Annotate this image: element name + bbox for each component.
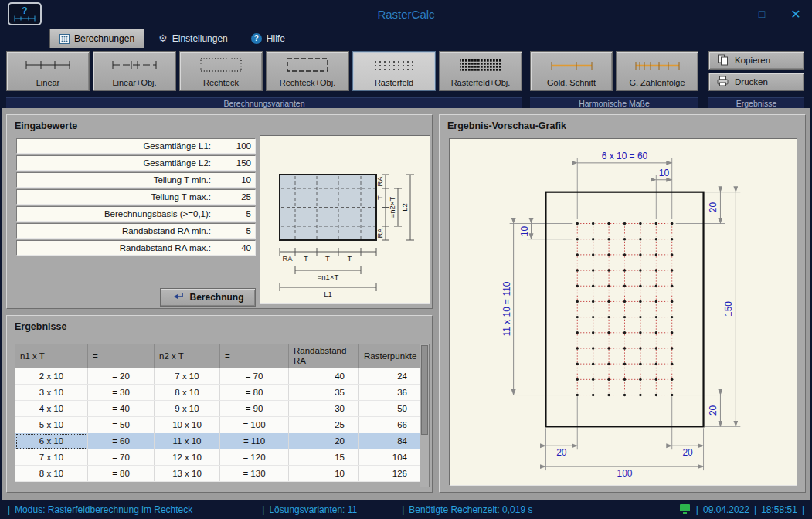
button-label: Rasterfeld bbox=[375, 78, 413, 87]
rechteck-obj-button[interactable]: Rechteck+Obj. bbox=[266, 51, 349, 91]
linear-button[interactable]: Linear bbox=[6, 51, 90, 91]
teilung-t-max-field[interactable]: 25 bbox=[216, 189, 256, 205]
table-cell[interactable]: 4 x 10 bbox=[15, 401, 88, 417]
table-cell[interactable]: 13 x 10 bbox=[155, 466, 220, 482]
table-row[interactable]: 2 x 10= 207 x 10= 704024 bbox=[15, 368, 420, 385]
berechnung-button[interactable]: Berechnung bbox=[160, 288, 256, 307]
drucken-button[interactable]: Drucken bbox=[708, 73, 804, 91]
button-label: Berechnung bbox=[189, 292, 243, 303]
status-variants: Lösungsvarianten: 11 bbox=[269, 504, 357, 515]
close-button[interactable]: ✕ bbox=[789, 7, 803, 22]
table-row[interactable]: 5 x 10= 5010 x 10= 1002566 bbox=[15, 417, 420, 433]
rasterfeld-obj-button[interactable]: Rasterfeld+Obj. bbox=[439, 51, 522, 91]
status-date: 09.04.2022 bbox=[703, 504, 749, 515]
computer-icon bbox=[679, 504, 691, 517]
table-cell[interactable]: = 40 bbox=[88, 401, 155, 417]
table-cell[interactable]: 24 bbox=[359, 368, 420, 385]
table-cell[interactable]: = 60 bbox=[88, 433, 155, 449]
rechteck-button[interactable]: Rechteck bbox=[179, 51, 263, 91]
table-row[interactable]: 6 x 10= 6011 x 10= 1102084 bbox=[15, 433, 420, 449]
dim-label-top: 6 x 10 = 60 bbox=[602, 151, 648, 161]
berechnungsbasis-field[interactable]: 5 bbox=[216, 206, 256, 222]
button-label: Rechteck+Obj. bbox=[280, 78, 335, 87]
tab-einstellungen[interactable]: ⚙ Einstellungen bbox=[149, 29, 237, 48]
randabstand-ra-max-field[interactable]: 40 bbox=[216, 240, 256, 256]
results-table: n1 x T = n2 x T = Randabstand RA Rasterp… bbox=[15, 344, 420, 482]
table-cell[interactable]: 8 x 10 bbox=[15, 466, 88, 482]
maximize-button[interactable]: □ bbox=[755, 8, 769, 20]
table-cell[interactable]: = 120 bbox=[220, 449, 289, 466]
table-cell[interactable]: 5 x 10 bbox=[15, 417, 88, 433]
table-cell[interactable]: = 100 bbox=[220, 417, 289, 433]
input-label: Teilung T min.: bbox=[16, 172, 216, 188]
table-cell[interactable]: 40 bbox=[289, 368, 359, 385]
button-label: Rasterfeld+Obj. bbox=[451, 78, 511, 87]
table-cell[interactable]: 8 x 10 bbox=[155, 385, 220, 401]
table-cell[interactable]: = 130 bbox=[220, 466, 289, 482]
button-label: Rechteck bbox=[203, 78, 239, 87]
svg-text:RA: RA bbox=[375, 228, 384, 239]
gesamtlaenge-l1-field[interactable]: 100 bbox=[216, 138, 256, 154]
table-cell[interactable]: 25 bbox=[289, 417, 359, 433]
randabstand-ra-min-field[interactable]: 5 bbox=[216, 223, 256, 239]
table-cell[interactable]: 36 bbox=[359, 385, 420, 401]
table-cell[interactable]: 30 bbox=[289, 401, 359, 417]
table-cell[interactable]: 10 x 10 bbox=[155, 417, 220, 433]
table-cell[interactable]: 7 x 10 bbox=[15, 449, 88, 466]
teilung-t-min-field[interactable]: 10 bbox=[216, 172, 256, 188]
raster-grid-points bbox=[576, 222, 674, 396]
table-cell[interactable]: = 80 bbox=[220, 385, 289, 401]
kopieren-button[interactable]: Kopieren bbox=[708, 51, 804, 70]
table-cell[interactable]: 9 x 10 bbox=[155, 401, 220, 417]
table-cell[interactable]: 20 bbox=[289, 433, 359, 449]
table-cell[interactable]: = 50 bbox=[88, 417, 155, 433]
tab-berechnungen[interactable]: Berechnungen bbox=[49, 29, 144, 48]
zahlenfolge-button[interactable]: G. Zahlenfolge bbox=[616, 51, 698, 91]
table-cell[interactable]: 12 x 10 bbox=[155, 449, 220, 466]
toolbar-group-berechnungsvarianten: Linear Linear+Obj. Rechteck Rechteck+Obj… bbox=[6, 51, 522, 91]
dim-label-top-step: 10 bbox=[659, 168, 670, 178]
table-cell[interactable]: 7 x 10 bbox=[155, 368, 220, 385]
table-cell[interactable]: = 30 bbox=[88, 385, 155, 401]
table-cell[interactable]: 50 bbox=[359, 401, 420, 417]
table-cell[interactable]: 11 x 10 bbox=[155, 433, 220, 449]
separator: | bbox=[262, 504, 264, 515]
scrollbar-thumb[interactable] bbox=[421, 345, 428, 435]
table-cell[interactable]: 104 bbox=[359, 449, 420, 466]
tab-hilfe[interactable]: ? Hilfe bbox=[242, 29, 294, 48]
linear-obj-button[interactable]: Linear+Obj. bbox=[93, 51, 176, 91]
table-cell[interactable]: 10 bbox=[289, 466, 359, 482]
button-label: G. Zahlenfolge bbox=[629, 78, 685, 87]
table-row[interactable]: 4 x 10= 409 x 10= 903050 bbox=[15, 401, 420, 417]
input-row: Teilung T max.: 25 bbox=[16, 189, 256, 205]
table-cell[interactable]: = 70 bbox=[220, 368, 289, 385]
table-cell[interactable]: = 70 bbox=[88, 449, 155, 466]
table-cell[interactable]: = 90 bbox=[220, 401, 289, 417]
table-cell[interactable]: 3 x 10 bbox=[15, 385, 88, 401]
col-header-eq1: = bbox=[88, 344, 155, 368]
table-cell[interactable]: 6 x 10 bbox=[15, 433, 88, 449]
minimize-button[interactable]: – bbox=[721, 8, 735, 20]
table-cell[interactable]: 35 bbox=[289, 385, 359, 401]
table-cell[interactable]: 2 x 10 bbox=[15, 368, 88, 385]
results-scrollbar[interactable] bbox=[420, 344, 430, 487]
table-cell[interactable]: 66 bbox=[359, 417, 420, 433]
table-cell[interactable]: 84 bbox=[359, 433, 420, 449]
status-mode: Modus: Rasterfeldberechnung im Rechteck bbox=[15, 504, 192, 515]
table-cell[interactable]: 15 bbox=[289, 449, 359, 466]
table-cell[interactable]: 126 bbox=[359, 466, 420, 482]
table-row[interactable]: 8 x 10= 8013 x 10= 13010126 bbox=[15, 466, 420, 482]
preview-canvas: 6 x 10 = 60 10 10 11 x 10 = 110 20 150 2… bbox=[449, 138, 797, 486]
rasterfeld-button[interactable]: Rasterfeld bbox=[352, 51, 436, 91]
table-cell[interactable]: = 80 bbox=[88, 466, 155, 482]
main-area: Eingabewerte Gesamtlänge L1: 100 Gesamtl… bbox=[2, 108, 810, 500]
gold-schnitt-button[interactable]: Gold. Schnitt bbox=[530, 51, 613, 91]
col-header-n2xt: n2 x T bbox=[155, 344, 220, 368]
table-cell[interactable]: = 20 bbox=[88, 368, 155, 385]
printer-icon bbox=[717, 76, 729, 88]
table-row[interactable]: 7 x 10= 7012 x 10= 12015104 bbox=[15, 449, 420, 466]
gesamtlaenge-l2-field[interactable]: 150 bbox=[216, 155, 256, 171]
table-row[interactable]: 3 x 10= 308 x 10= 803536 bbox=[15, 385, 420, 401]
svg-text:T: T bbox=[348, 254, 352, 263]
table-cell[interactable]: = 110 bbox=[220, 433, 289, 449]
